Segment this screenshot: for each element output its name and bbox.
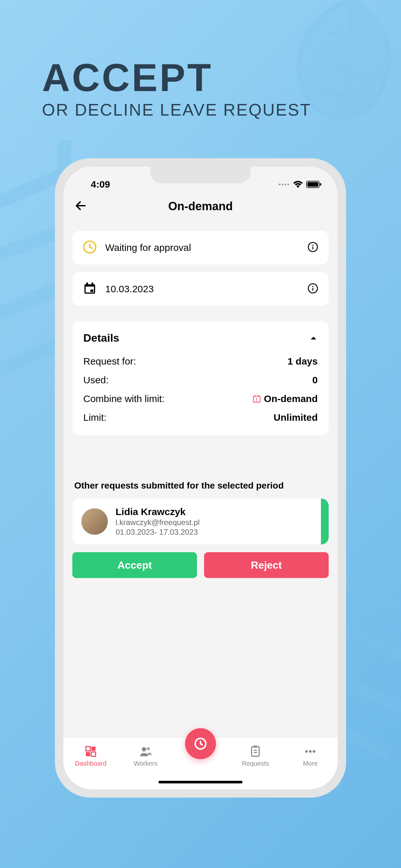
nav-label: Workers [134,760,158,767]
phone-notch [150,166,251,183]
info-button[interactable] [307,283,318,295]
svg-rect-16 [254,395,255,397]
details-header[interactable]: Details [83,332,318,344]
detail-value-text: On-demand [264,393,318,404]
detail-row: Combine with limit: On-demand [83,393,318,404]
info-icon [307,283,318,294]
svg-point-31 [305,750,308,753]
calendar-icon [83,281,97,297]
svg-point-5 [312,244,313,246]
wifi-icon [293,181,303,188]
phone-frame: 4:09 •••• On-demand Waiting for approval [55,158,346,798]
person-email: l.krawczyk@freequest.pl [116,518,199,527]
detail-value: 0 [312,375,318,385]
svg-rect-23 [91,752,96,756]
info-button[interactable] [307,242,318,254]
svg-rect-22 [86,752,90,756]
banner-title: ACCEPT [42,58,359,97]
detail-label: Combine with limit: [83,393,165,404]
person-info: Lidia Krawczyk l.krawczyk@freequest.pl 0… [116,506,199,537]
more-icon [304,745,317,758]
fab-button[interactable] [185,728,216,759]
svg-rect-28 [254,746,257,748]
svg-rect-14 [312,288,313,291]
nav-more[interactable]: More [283,745,338,767]
person-name: Lidia Krawczyk [116,506,199,517]
date-text: 10.03.2023 [105,283,299,294]
app-header: On-demand [63,196,338,221]
home-indicator [158,781,243,783]
svg-point-13 [312,286,313,287]
details-title: Details [83,332,120,344]
detail-row: Limit: Unlimited [83,412,318,423]
dashboard-icon [84,745,97,758]
cellular-icon: •••• [278,181,290,188]
svg-rect-9 [92,283,94,285]
accept-button[interactable]: Accept [72,552,197,578]
status-card: Waiting for approval [72,231,329,265]
battery-icon [306,181,321,188]
svg-rect-18 [256,398,257,400]
svg-rect-1 [307,182,318,187]
status-icons: •••• [278,181,321,188]
nav-label: More [303,760,318,767]
chevron-up-icon [309,334,318,342]
arrow-left-icon [74,199,87,212]
other-requests-heading: Other requests submitted for the selecte… [74,480,327,491]
detail-label: Limit: [83,412,106,423]
detail-value: Unlimited [274,412,318,423]
page-title: On-demand [74,199,327,213]
detail-row: Request for: 1 days [83,356,318,367]
promo-banner: ACCEPT OR DECLINE LEAVE REQUEST [42,58,359,120]
clock-icon [83,240,97,255]
requests-icon [249,745,262,758]
svg-rect-21 [91,747,96,751]
card-accent [321,499,329,545]
avatar [81,508,108,535]
svg-rect-6 [312,247,313,250]
svg-rect-20 [86,747,90,751]
svg-rect-2 [320,183,321,186]
details-card: Details Request for: 1 days Used: 0 Comb… [72,321,329,435]
banner-subtitle: OR DECLINE LEAVE REQUEST [42,100,359,120]
nav-label: Dashboard [75,760,106,767]
phone-screen: 4:09 •••• On-demand Waiting for approval [63,166,338,789]
svg-point-33 [313,750,315,753]
detail-value: On-demand [252,393,318,404]
svg-rect-27 [251,747,259,756]
svg-point-32 [309,750,312,753]
nav-dashboard[interactable]: Dashboard [63,745,118,767]
svg-point-25 [147,747,150,750]
info-icon [307,242,318,252]
detail-row: Used: 0 [83,375,318,385]
status-time: 4:09 [91,179,110,190]
svg-point-19 [256,400,257,401]
detail-value: 1 days [288,356,318,367]
workers-icon [139,745,152,758]
person-dates: 01.03.2023- 17.03.2023 [116,528,199,537]
reject-button[interactable]: Reject [204,552,329,578]
action-row: Accept Reject [72,552,329,578]
clock-icon [193,737,208,751]
svg-rect-17 [258,395,259,397]
svg-rect-8 [86,283,88,285]
nav-requests[interactable]: Requests [228,745,283,767]
svg-rect-11 [90,290,93,292]
nav-workers[interactable]: Workers [118,745,173,767]
nav-label: Requests [242,760,269,767]
detail-label: Used: [83,375,109,385]
date-card: 10.03.2023 [72,272,329,306]
status-text: Waiting for approval [105,242,299,253]
back-button[interactable] [74,199,87,213]
svg-point-24 [142,747,146,751]
calendar-alert-icon [252,394,261,403]
person-card[interactable]: Lidia Krawczyk l.krawczyk@freequest.pl 0… [72,499,329,545]
detail-label: Request for: [83,356,136,367]
